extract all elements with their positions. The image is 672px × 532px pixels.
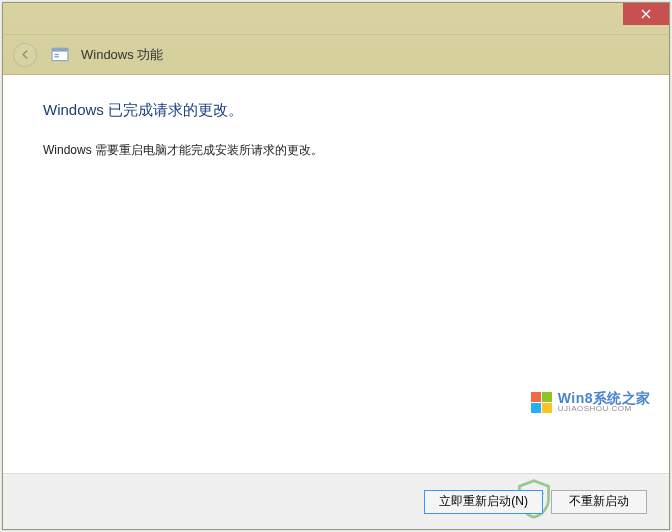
do-not-restart-button[interactable]: 不重新启动 — [551, 490, 647, 514]
svg-rect-3 — [54, 56, 59, 57]
footer: 立即重新启动(N) 不重新启动 — [3, 473, 669, 529]
body-text: Windows 需要重启电脑才能完成安装所请求的更改。 — [43, 142, 629, 159]
watermark-sub: UJIAOSHOU.COM — [558, 405, 651, 413]
windows-logo-icon — [531, 392, 552, 413]
windows-features-icon — [51, 46, 69, 64]
main-heading: Windows 已完成请求的更改。 — [43, 101, 629, 120]
restart-now-button[interactable]: 立即重新启动(N) — [424, 490, 543, 514]
svg-rect-1 — [52, 48, 68, 51]
watermark: Win8系统之家 UJIAOSHOU.COM — [531, 391, 651, 413]
header-row: Windows 功能 — [3, 35, 669, 75]
dialog-window: Windows 功能 Windows 已完成请求的更改。 Windows 需要重… — [2, 2, 670, 530]
svg-rect-2 — [54, 53, 59, 54]
content-area: Windows 已完成请求的更改。 Windows 需要重启电脑才能完成安装所请… — [3, 75, 669, 473]
window-title: Windows 功能 — [81, 46, 163, 64]
arrow-left-icon — [19, 48, 32, 61]
titlebar — [3, 3, 669, 35]
close-icon — [641, 9, 651, 19]
back-button[interactable] — [13, 43, 37, 67]
watermark-brand: Win8系统之家 — [558, 391, 651, 405]
close-button[interactable] — [623, 3, 669, 25]
